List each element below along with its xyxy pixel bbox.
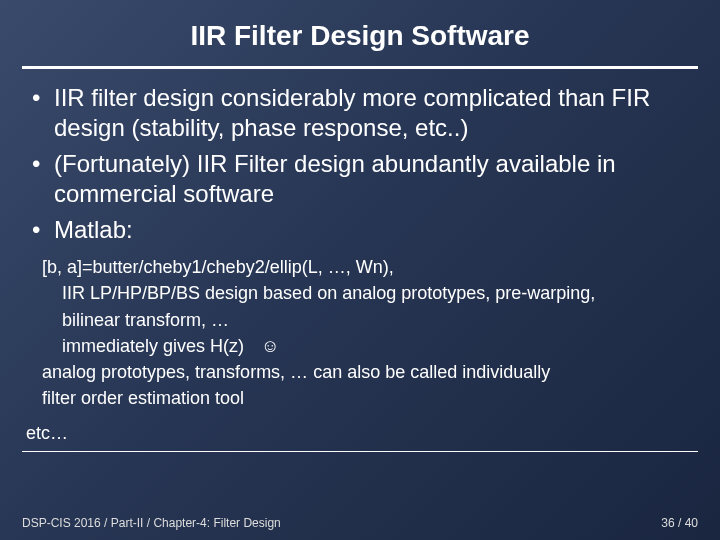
bullet-item: (Fortunately) IIR Filter design abundant… <box>26 149 694 209</box>
smile-icon: ☺ <box>261 334 279 358</box>
page-number: 36 / 40 <box>661 516 698 530</box>
slide-title: IIR Filter Design Software <box>0 0 720 62</box>
desc-text: immediately gives H(z) <box>62 336 244 356</box>
sub-content: [b, a]=butter/cheby1/cheby2/ellip(L, …, … <box>26 255 694 445</box>
desc-line: IIR LP/HP/BP/BS design based on analog p… <box>26 281 694 305</box>
code-line: [b, a]=butter/cheby1/cheby2/ellip(L, …, … <box>26 255 694 279</box>
bullet-item: Matlab: <box>26 215 694 245</box>
desc-line: bilinear transform, … <box>26 308 694 332</box>
slide: IIR Filter Design Software IIR filter de… <box>0 0 720 540</box>
footer: DSP-CIS 2016 / Part-II / Chapter-4: Filt… <box>22 516 698 530</box>
bullet-item: IIR filter design considerably more comp… <box>26 83 694 143</box>
desc-line: etc… <box>26 421 694 445</box>
footer-left: DSP-CIS 2016 / Part-II / Chapter-4: Filt… <box>22 516 281 530</box>
desc-line: filter order estimation tool <box>26 386 694 410</box>
desc-line: analog prototypes, transforms, … can als… <box>26 360 694 384</box>
desc-line: immediately gives H(z) ☺ <box>26 334 694 358</box>
content-area: IIR filter design considerably more comp… <box>0 83 720 445</box>
bullet-list: IIR filter design considerably more comp… <box>26 83 694 245</box>
footer-divider <box>22 451 698 452</box>
title-divider <box>22 66 698 69</box>
